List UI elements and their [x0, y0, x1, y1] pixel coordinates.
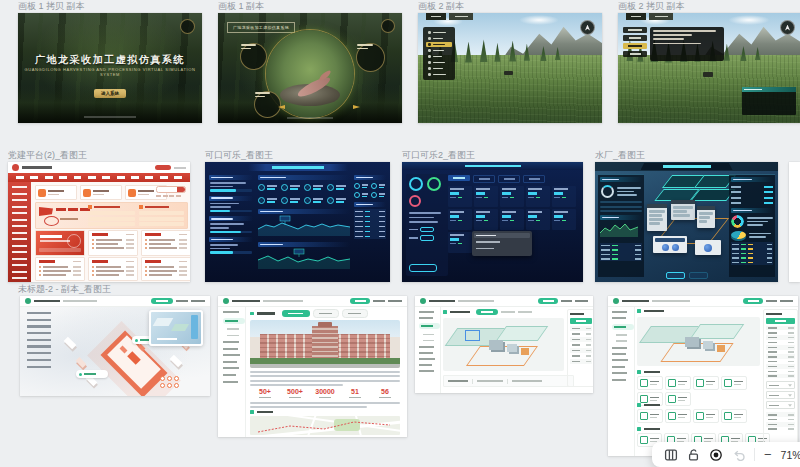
artboard-production-dashboard[interactable] [205, 162, 390, 282]
equip-cards-2 [637, 409, 760, 423]
model-viewport[interactable] [443, 318, 564, 371]
artboard-campus-overview[interactable]: 50+ 500+ 30000 51 56 [218, 296, 407, 437]
menu-node-exam[interactable] [356, 43, 385, 72]
gauge-panel [406, 174, 448, 276]
menu-node-process[interactable] [254, 91, 281, 118]
tab-task[interactable] [649, 13, 673, 20]
artboard-label-r1f4[interactable]: 画板 2 拷贝 副本 [618, 1, 685, 11]
footer-text-bar [287, 117, 333, 119]
visit-button[interactable] [743, 298, 763, 304]
bottom-tabs[interactable] [666, 272, 708, 279]
compass-icon[interactable] [580, 20, 595, 35]
search-input[interactable] [156, 186, 186, 193]
menu-node-harvest[interactable] [240, 43, 267, 70]
equip-section-1 [637, 370, 660, 374]
party-nav[interactable] [8, 173, 190, 182]
corner-title: 广地龙采收加工虚拟仿真系统 [227, 22, 295, 33]
zoom-out-button[interactable]: − [764, 448, 772, 461]
pages-panel-button[interactable] [664, 448, 678, 462]
tab-active [282, 310, 310, 317]
floating-window-3 [697, 206, 715, 228]
location-map[interactable] [250, 416, 400, 435]
promo-card[interactable] [35, 230, 85, 256]
visit-button[interactable] [151, 298, 173, 304]
record-button[interactable] [709, 448, 723, 462]
artboard-label-r2f2[interactable]: 可口可乐_看图王 [205, 150, 273, 160]
dropdown-menu[interactable] [472, 231, 532, 256]
viewer-status-bar [443, 375, 574, 387]
artboard-model-viewer[interactable] [415, 296, 593, 393]
sound-icon [381, 19, 395, 33]
tab-scene[interactable] [626, 13, 646, 20]
tool-menu[interactable] [423, 27, 455, 80]
poi-pill-2[interactable] [76, 370, 108, 378]
center-panel-column [258, 175, 350, 273]
stat-value: 50+ [250, 388, 280, 395]
map-layer-list[interactable] [27, 312, 51, 368]
vehicle-model [703, 72, 713, 77]
tab-task[interactable] [449, 13, 473, 20]
artboard-label-r1f3[interactable]: 画板 2 副本 [418, 1, 464, 11]
artboard-equipment-catalog[interactable] [608, 296, 798, 456]
filter-tabs[interactable] [448, 175, 545, 183]
notice-list[interactable] [88, 205, 135, 228]
gauge-red [409, 195, 421, 207]
undo-button[interactable] [732, 449, 745, 461]
left-hud-panel [598, 174, 644, 277]
chevron-down-icon [788, 404, 792, 407]
artboard-label-r3[interactable]: 未标题-2 - 副本_看图王 [18, 284, 111, 294]
site-logo [223, 298, 229, 304]
artboard-forest-title[interactable]: 广地龙采收加工虚拟仿真系统 GUANGDILONG HARVESTING AND… [18, 13, 202, 123]
artboard-iso-campus[interactable] [20, 296, 210, 396]
lock-button[interactable] [687, 448, 700, 462]
dashboard-title-bar [402, 162, 583, 170]
side-nav[interactable] [415, 306, 441, 393]
zoom-level[interactable]: 71% [781, 449, 800, 461]
module-cards-row1 [35, 230, 190, 256]
route-line [250, 416, 400, 435]
artboard-label-r1f2[interactable]: 画板 1 副本 [218, 1, 264, 11]
parameter-panel[interactable] [763, 309, 798, 451]
step-buttons[interactable] [623, 27, 647, 57]
login-button[interactable] [155, 165, 171, 170]
stat-value: 51 [340, 388, 370, 395]
section-tabs[interactable] [250, 309, 368, 318]
parts-list-panel[interactable] [567, 309, 593, 387]
artboard-terrain-info[interactable] [618, 13, 800, 123]
side-nav[interactable] [218, 306, 246, 437]
artboard-terrain-tools[interactable] [418, 13, 602, 123]
artboard-water-plant[interactable] [595, 162, 778, 282]
visit-button[interactable] [350, 298, 370, 304]
work-list[interactable] [139, 205, 184, 228]
party-sidebar[interactable] [8, 182, 31, 282]
artboard-label-r2f3[interactable]: 可口可乐2_看图王 [402, 150, 475, 160]
circular-gauge [601, 185, 614, 198]
artboard-label-r2f4[interactable]: 水厂_看图王 [595, 150, 645, 160]
stat-item: 30000 [310, 388, 340, 398]
gauge-cyan [409, 177, 423, 191]
artboard-label-r2f1[interactable]: 党建平台(2)_看图王 [8, 150, 87, 160]
flow-chart [600, 220, 638, 237]
side-nav[interactable] [608, 306, 635, 456]
dashboard-title-bar [641, 163, 733, 170]
panel-button[interactable] [409, 264, 437, 272]
party-emblem [44, 216, 59, 226]
artboard-label-r1f1[interactable]: 画板 1 拷贝 副本 [18, 1, 85, 11]
model-viewport[interactable] [637, 317, 760, 366]
pie-3d-chart [731, 231, 746, 239]
compass-icon[interactable] [780, 20, 795, 35]
artboard-party-portal[interactable] [8, 162, 190, 282]
gauge-green [427, 177, 441, 191]
search-area [156, 186, 186, 197]
filter-selects [766, 381, 795, 409]
artboard-forest-menu[interactable]: 广地龙采收加工虚拟仿真系统 [218, 13, 402, 123]
minimap-inset[interactable] [149, 310, 203, 346]
visit-button[interactable] [538, 298, 558, 304]
subtitle-panel[interactable] [742, 87, 796, 115]
artboard-stats-dashboard[interactable] [402, 162, 583, 282]
map-section-header [250, 410, 273, 414]
artboard-partial[interactable] [789, 162, 800, 282]
tab-scene[interactable] [426, 13, 446, 20]
enter-system-button[interactable]: 进入系统 [94, 89, 126, 98]
vehicle-model [504, 71, 513, 75]
